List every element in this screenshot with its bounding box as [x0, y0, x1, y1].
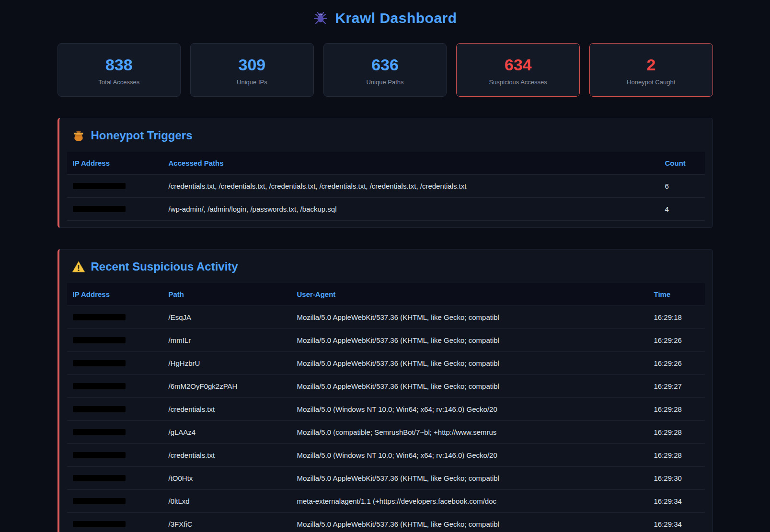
ip-cell [67, 375, 163, 398]
time-cell: 16:29:26 [648, 352, 705, 375]
path-cell: /0ltLxd [163, 490, 291, 513]
ip-cell [67, 444, 163, 467]
stat-value: 838 [63, 56, 176, 74]
user-agent-cell: meta-externalagent/1.1 (+https://develop… [291, 490, 648, 513]
redacted-ip-block [73, 337, 126, 343]
honeypot-table: IP Address Accessed Paths Count /credent… [67, 152, 705, 221]
count-cell: 6 [659, 175, 705, 198]
redacted-ip-block [73, 452, 126, 458]
time-cell: 16:29:18 [648, 306, 705, 329]
accessed-paths-cell: /credentials.txt, /credentials.txt, /cre… [163, 175, 659, 198]
column-header-user-agent: User-Agent [291, 283, 648, 306]
stat-value: 636 [329, 56, 442, 74]
table-row: /credentials.txt Mozilla/5.0 (Windows NT… [67, 444, 705, 467]
suspicious-table-body: /EsqJA Mozilla/5.0 AppleWebKit/537.36 (K… [67, 306, 705, 532]
table-row: /gLAAz4 Mozilla/5.0 (compatible; Semrush… [67, 421, 705, 444]
user-agent-cell: Mozilla/5.0 (compatible; SemrushBot/7~bl… [291, 421, 648, 444]
stat-card-suspicious-accesses: 634 Suspicious Accesses [456, 43, 580, 97]
table-row: /HgHzbrU Mozilla/5.0 AppleWebKit/537.36 … [67, 352, 705, 375]
ip-cell [67, 352, 163, 375]
path-cell: /HgHzbrU [163, 352, 291, 375]
time-cell: 16:29:27 [648, 375, 705, 398]
path-cell: /tO0Htx [163, 467, 291, 490]
stat-label: Honeypot Caught [595, 79, 708, 86]
suspicious-activity-panel: Recent Suspicious Activity IP Address Pa… [57, 249, 713, 532]
user-agent-cell: Mozilla/5.0 AppleWebKit/537.36 (KHTML, l… [291, 467, 648, 490]
stat-card-honeypot-caught: 2 Honeypot Caught [589, 43, 713, 97]
ip-cell [67, 513, 163, 532]
honeypot-table-header-row: IP Address Accessed Paths Count [67, 152, 705, 175]
table-row: /EsqJA Mozilla/5.0 AppleWebKit/537.36 (K… [67, 306, 705, 329]
ip-cell [67, 329, 163, 352]
time-cell: 16:29:34 [648, 513, 705, 532]
table-row: /wp-admin/, /admin/login, /passwords.txt… [67, 198, 705, 221]
table-row: /credentials.txt, /credentials.txt, /cre… [67, 175, 705, 198]
ip-cell [67, 175, 163, 198]
stat-label: Unique Paths [329, 79, 442, 86]
suspicious-panel-title-text: Recent Suspicious Activity [91, 260, 238, 273]
stat-value: 634 [461, 56, 575, 74]
path-cell: /6mM2OyF0gk2zPAH [163, 375, 291, 398]
suspicious-table: IP Address Path User-Agent Time /EsqJA M… [67, 283, 705, 532]
honeypot-icon [72, 129, 85, 142]
path-cell: /credentials.txt [163, 444, 291, 467]
redacted-ip-block [73, 498, 126, 504]
honeypot-triggers-panel: Honeypot Triggers IP Address Accessed Pa… [57, 118, 713, 228]
redacted-ip-block [73, 383, 126, 389]
redacted-ip-block [73, 521, 126, 527]
stats-row: 838 Total Accesses 309 Unique IPs 636 Un… [57, 43, 713, 97]
spider-icon [313, 11, 328, 26]
time-cell: 16:29:28 [648, 421, 705, 444]
redacted-ip-block [73, 183, 126, 189]
stat-value: 2 [595, 56, 708, 74]
redacted-ip-block [73, 475, 126, 481]
dashboard-container: Krawl Dashboard 838 Total Accesses 309 U… [57, 0, 713, 532]
column-header-time: Time [648, 283, 705, 306]
redacted-ip-block [73, 314, 126, 320]
redacted-ip-block [73, 360, 126, 366]
table-row: /3FXfiC Mozilla/5.0 AppleWebKit/537.36 (… [67, 513, 705, 532]
table-row: /tO0Htx Mozilla/5.0 AppleWebKit/537.36 (… [67, 467, 705, 490]
column-header-ip-address: IP Address [67, 152, 163, 175]
stat-label: Total Accesses [63, 79, 176, 86]
path-cell: /gLAAz4 [163, 421, 291, 444]
user-agent-cell: Mozilla/5.0 AppleWebKit/537.36 (KHTML, l… [291, 352, 648, 375]
column-header-ip-address: IP Address [67, 283, 163, 306]
ip-cell [67, 198, 163, 221]
suspicious-table-header-row: IP Address Path User-Agent Time [67, 283, 705, 306]
table-row: /0ltLxd meta-externalagent/1.1 (+https:/… [67, 490, 705, 513]
time-cell: 16:29:30 [648, 467, 705, 490]
ip-cell [67, 398, 163, 421]
column-header-path: Path [163, 283, 291, 306]
user-agent-cell: Mozilla/5.0 (Windows NT 10.0; Win64; x64… [291, 444, 648, 467]
path-cell: /3FXfiC [163, 513, 291, 532]
user-agent-cell: Mozilla/5.0 AppleWebKit/537.36 (KHTML, l… [291, 513, 648, 532]
stat-card-unique-paths: 636 Unique Paths [323, 43, 447, 97]
warning-icon [72, 260, 85, 273]
ip-cell [67, 421, 163, 444]
ip-cell [67, 467, 163, 490]
redacted-ip-block [73, 406, 126, 412]
accessed-paths-cell: /wp-admin/, /admin/login, /passwords.txt… [163, 198, 659, 221]
page-title: Krawl Dashboard [335, 10, 457, 26]
user-agent-cell: Mozilla/5.0 AppleWebKit/537.36 (KHTML, l… [291, 306, 648, 329]
table-row: /credentials.txt Mozilla/5.0 (Windows NT… [67, 398, 705, 421]
stat-label: Suspicious Accesses [461, 79, 575, 86]
table-row: /mmILr Mozilla/5.0 AppleWebKit/537.36 (K… [67, 329, 705, 352]
redacted-ip-block [73, 206, 126, 212]
honeypot-panel-title: Honeypot Triggers [72, 129, 705, 142]
user-agent-cell: Mozilla/5.0 AppleWebKit/537.36 (KHTML, l… [291, 329, 648, 352]
column-header-count: Count [659, 152, 705, 175]
path-cell: /mmILr [163, 329, 291, 352]
header: Krawl Dashboard [57, 0, 713, 29]
column-header-accessed-paths: Accessed Paths [163, 152, 659, 175]
redacted-ip-block [73, 429, 126, 435]
suspicious-panel-title: Recent Suspicious Activity [72, 260, 705, 273]
stat-card-total-accesses: 838 Total Accesses [57, 43, 181, 97]
table-row: /6mM2OyF0gk2zPAH Mozilla/5.0 AppleWebKit… [67, 375, 705, 398]
time-cell: 16:29:34 [648, 490, 705, 513]
honeypot-table-body: /credentials.txt, /credentials.txt, /cre… [67, 175, 705, 221]
time-cell: 16:29:28 [648, 444, 705, 467]
path-cell: /EsqJA [163, 306, 291, 329]
path-cell: /credentials.txt [163, 398, 291, 421]
